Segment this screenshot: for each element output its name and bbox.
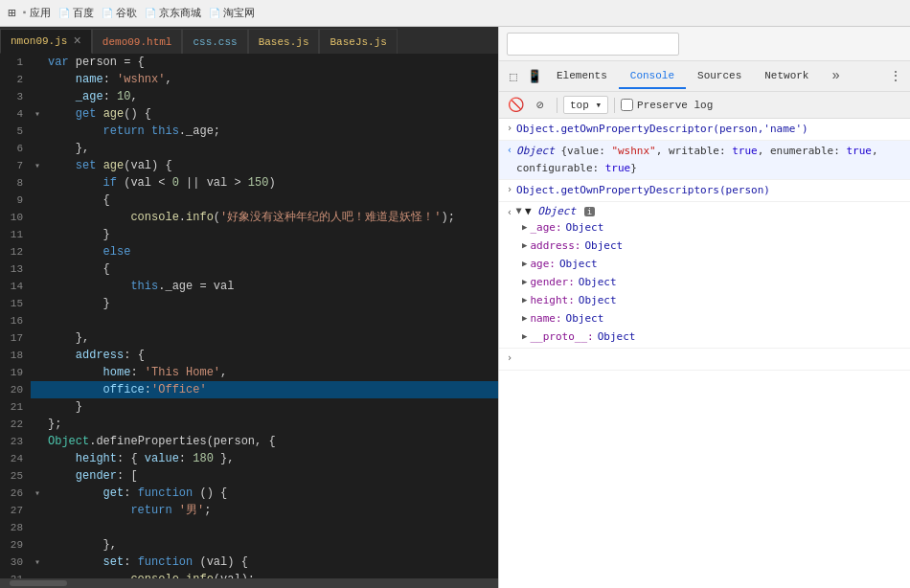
obj-prop-age-key: _age: bbox=[530, 219, 561, 236]
code-text-14: this._age = val bbox=[44, 278, 498, 295]
obj-prop-name[interactable]: ▶ name: Object bbox=[522, 309, 910, 328]
line-number-14: 14 bbox=[0, 278, 31, 295]
editor-scrollbar[interactable] bbox=[0, 578, 498, 588]
devtools-settings-icon[interactable]: ⋮ bbox=[885, 68, 906, 84]
obj-prop-gender-tri[interactable]: ▶ bbox=[522, 274, 527, 290]
line-number-20: 20 bbox=[0, 381, 31, 398]
line-number-7: 7 bbox=[0, 157, 31, 174]
console-entry-4-expand[interactable]: ▶ bbox=[514, 208, 525, 214]
fold-30[interactable]: ▾ bbox=[31, 554, 44, 571]
code-line-2: 2 name: 'wshnx', bbox=[0, 71, 498, 88]
line-number-2: 2 bbox=[0, 71, 31, 88]
obj-prop-age-tri[interactable]: ▶ bbox=[522, 219, 527, 236]
url-input[interactable] bbox=[507, 33, 679, 56]
tab-sources[interactable]: Sources bbox=[686, 64, 753, 89]
fold-26[interactable]: ▾ bbox=[31, 485, 44, 502]
tab-nmon09js-close[interactable]: × bbox=[73, 34, 80, 48]
obj-prop-age2[interactable]: ▶ age: Object bbox=[522, 255, 910, 273]
devtools-device-icon[interactable]: 📱 bbox=[524, 66, 545, 87]
editor-scrollbar-thumb[interactable] bbox=[10, 580, 67, 586]
fold-1 bbox=[31, 54, 44, 71]
obj-prop-proto-tri[interactable]: ▶ bbox=[522, 328, 527, 345]
code-line-24: 24 height: { value: 180 }, bbox=[0, 450, 498, 467]
fold-29 bbox=[31, 536, 44, 554]
console-entry-3[interactable]: › Object.getOwnPropertyDescriptors(perso… bbox=[499, 180, 910, 202]
filter-button[interactable]: ⊘ bbox=[530, 95, 551, 116]
console-entry-1[interactable]: › Object.getOwnPropertyDescriptor(person… bbox=[499, 119, 910, 141]
code-text-7: set age(val) { bbox=[44, 157, 498, 174]
code-editor-area[interactable]: 1 var person = { 2 name: 'wshnx', 3 _age… bbox=[0, 54, 498, 578]
bookmark-jd[interactable]: 📄 京东商城 bbox=[145, 6, 201, 20]
obj-prop-age2-tri[interactable]: ▶ bbox=[522, 256, 527, 272]
devtools-more-tabs[interactable]: » bbox=[820, 62, 851, 91]
line-number-6: 6 bbox=[0, 140, 31, 157]
clear-console-button[interactable]: 🚫 bbox=[505, 95, 526, 116]
console-entry-1-arrow: › bbox=[507, 123, 512, 133]
line-number-11: 11 bbox=[0, 226, 31, 243]
code-line-27: 27 return '男'; bbox=[0, 502, 498, 519]
line-number-19: 19 bbox=[0, 364, 31, 381]
bookmark-apps[interactable]: ▪ 应用 bbox=[21, 6, 51, 20]
tab-demo09html[interactable]: demo09.html bbox=[92, 29, 183, 54]
obj-prop-height-key: height: bbox=[530, 292, 574, 308]
code-line-29: 29 }, bbox=[0, 536, 498, 554]
console-entry-2[interactable]: ‹ Object {value: "wshnx", writable: true… bbox=[499, 141, 910, 180]
code-text-17: }, bbox=[44, 329, 498, 347]
code-text-29: }, bbox=[44, 536, 498, 554]
obj-prop-address-tri[interactable]: ▶ bbox=[522, 237, 527, 254]
code-line-6: 6 }, bbox=[0, 140, 498, 157]
obj-prop-height[interactable]: ▶ height: Object bbox=[522, 291, 910, 309]
tab-elements[interactable]: Elements bbox=[545, 64, 619, 89]
code-line-1: 1 var person = { bbox=[0, 54, 498, 71]
bookmark-baidu[interactable]: 📄 百度 bbox=[58, 6, 94, 20]
code-text-28 bbox=[44, 519, 498, 536]
code-text-31: console.info(val); bbox=[44, 571, 498, 578]
context-selector[interactable]: top ▾ bbox=[563, 96, 608, 114]
obj-prop-gender[interactable]: ▶ gender: Object bbox=[522, 273, 910, 291]
editor-tabs: nmon09.js × demo09.html css.css Bases.js… bbox=[0, 27, 498, 54]
fold-5 bbox=[31, 123, 44, 140]
console-prompt-input[interactable] bbox=[516, 351, 910, 368]
tab-basesjs[interactable]: Bases.js bbox=[248, 29, 320, 54]
line-number-18: 18 bbox=[0, 347, 31, 364]
bookmark-taobao-label: 淘宝网 bbox=[223, 6, 255, 20]
taobao-fav-icon: 📄 bbox=[209, 8, 220, 19]
devtools-inspect-icon[interactable]: ⬚ bbox=[503, 66, 524, 87]
fold-19 bbox=[31, 364, 44, 381]
bookmark-google[interactable]: 📄 谷歌 bbox=[102, 6, 137, 20]
obj-prop-address[interactable]: ▶ address: Object bbox=[522, 237, 910, 255]
code-text-12: else bbox=[44, 243, 498, 260]
console-entry-4[interactable]: ‹ ▶ ▼ Object i ▶ _age: Object ▶ addr bbox=[499, 202, 910, 349]
preserve-log-checkbox[interactable] bbox=[621, 99, 633, 111]
preserve-log-label[interactable]: Preserve log bbox=[637, 100, 713, 111]
browser-bookmark-bar: ⊞ ▪ 应用 📄 百度 📄 谷歌 📄 京东商城 📄 淘宝网 bbox=[0, 0, 910, 27]
obj-prop-name-tri[interactable]: ▶ bbox=[522, 310, 527, 327]
obj-prop-height-tri[interactable]: ▶ bbox=[522, 292, 527, 308]
obj-prop-age[interactable]: ▶ _age: Object bbox=[522, 218, 910, 237]
tab-network[interactable]: Network bbox=[753, 64, 820, 89]
fold-4[interactable]: ▾ bbox=[31, 105, 44, 123]
editor-scrollbar-track[interactable] bbox=[0, 580, 498, 586]
code-line-3: 3 _age: 10, bbox=[0, 88, 498, 105]
fold-17 bbox=[31, 329, 44, 347]
code-line-16: 16 bbox=[0, 312, 498, 329]
console-prompt[interactable]: › bbox=[499, 349, 910, 371]
line-number-26: 26 bbox=[0, 485, 31, 502]
obj-prop-address-val: Object bbox=[584, 237, 623, 254]
tab-nmon09js[interactable]: nmon09.js × bbox=[0, 29, 92, 54]
tab-basejsjs[interactable]: BaseJs.js bbox=[319, 29, 397, 54]
bookmark-taobao[interactable]: 📄 淘宝网 bbox=[209, 6, 255, 20]
line-number-8: 8 bbox=[0, 174, 31, 192]
tab-console[interactable]: Console bbox=[619, 64, 686, 89]
obj-prop-proto[interactable]: ▶ __proto__: Object bbox=[522, 328, 910, 346]
line-number-5: 5 bbox=[0, 123, 31, 140]
grid-icon: ⊞ bbox=[8, 5, 15, 21]
code-text-26: get: function () { bbox=[44, 485, 498, 502]
fold-15 bbox=[31, 295, 44, 312]
code-line-9: 9 { bbox=[0, 192, 498, 209]
fold-28 bbox=[31, 519, 44, 536]
fold-7[interactable]: ▾ bbox=[31, 157, 44, 174]
tab-csscss[interactable]: css.css bbox=[182, 29, 247, 54]
line-number-31: 31 bbox=[0, 571, 31, 578]
obj-prop-age2-key: age: bbox=[530, 256, 556, 272]
